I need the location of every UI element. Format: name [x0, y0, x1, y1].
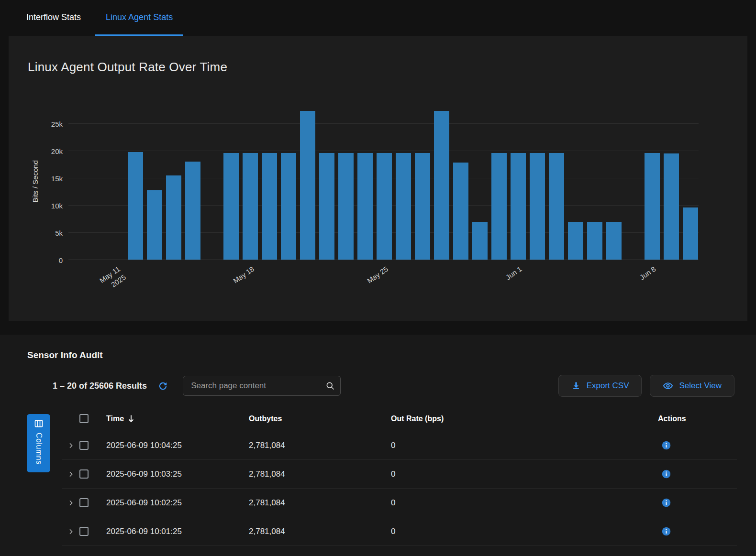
table-row: 2025-06-09 10:02:252,781,0840: [62, 489, 737, 517]
info-icon[interactable]: [662, 498, 671, 507]
row-checkbox[interactable]: [79, 469, 89, 479]
header-actions: Actions: [636, 414, 737, 423]
search-icon[interactable]: [325, 381, 335, 391]
chart-bar[interactable]: [377, 153, 392, 260]
info-icon[interactable]: [662, 527, 671, 536]
cell-out-rate: 0: [391, 469, 636, 479]
table-row: 2025-06-09 10:03:252,781,0840: [62, 460, 737, 489]
tab-linux-agent-stats[interactable]: Linux Agent Stats: [95, 0, 183, 36]
chart-y-axis-labels: 05k10k15k20k25k: [42, 102, 68, 260]
export-csv-label: Export CSV: [587, 381, 629, 391]
tab-interflow-stats[interactable]: Interflow Stats: [16, 0, 91, 36]
cell-time: 2025-06-09 10:04:25: [106, 441, 249, 450]
row-checkbox[interactable]: [79, 498, 89, 507]
columns-button-label: Columns: [34, 433, 43, 465]
y-tick-label: 20k: [51, 147, 63, 155]
chart-bar[interactable]: [606, 222, 622, 260]
table-row: 2025-06-09 10:04:252,781,0840: [62, 431, 737, 460]
download-icon: [571, 381, 581, 391]
chart-bar[interactable]: [281, 153, 296, 260]
row-checkbox[interactable]: [79, 441, 89, 450]
chart-plot: May 11 2025May 18May 25Jun 1Jun 8: [68, 102, 699, 260]
chart-bar[interactable]: [472, 222, 488, 260]
info-icon[interactable]: [662, 469, 671, 479]
chart-bar[interactable]: [664, 153, 679, 260]
gridline: [68, 123, 699, 124]
chart-bar[interactable]: [530, 153, 545, 260]
chart-bar[interactable]: [185, 162, 200, 260]
chart-bar[interactable]: [243, 153, 258, 260]
tab-label: Linux Agent Stats: [106, 12, 173, 22]
chart-bar[interactable]: [319, 153, 334, 260]
chart-bar[interactable]: [511, 153, 526, 260]
select-view-label: Select View: [679, 381, 722, 391]
chart-bar[interactable]: [338, 153, 354, 260]
y-tick-label: 10k: [51, 202, 63, 210]
sensor-info-audit-section: Sensor Info Audit 1 – 20 of 25606 Result…: [0, 335, 756, 556]
refresh-button[interactable]: [157, 381, 168, 392]
cell-outbytes: 2,781,084: [249, 498, 391, 508]
chart-bar[interactable]: [262, 153, 277, 260]
chart-bar[interactable]: [396, 153, 411, 260]
columns-button[interactable]: Columns: [27, 414, 50, 472]
table-row: 2025-06-09 10:01:252,781,0840: [62, 517, 737, 546]
cell-out-rate: 0: [391, 441, 636, 450]
header-time[interactable]: Time: [106, 414, 249, 423]
tab-bar: Interflow Stats Linux Agent Stats: [0, 0, 756, 36]
section-title: Sensor Info Audit: [27, 350, 756, 360]
select-view-button[interactable]: Select View: [650, 375, 734, 397]
gridline: [68, 260, 699, 260]
sort-descending-icon: [128, 414, 134, 423]
chart-bar[interactable]: [453, 163, 468, 260]
y-tick-label: 0: [59, 256, 63, 264]
chart-bar[interactable]: [223, 153, 239, 260]
chart-bar[interactable]: [645, 153, 660, 260]
expand-row-icon[interactable]: [67, 499, 75, 507]
refresh-icon: [157, 381, 168, 392]
chart-bar[interactable]: [128, 152, 143, 260]
x-tick-label: Jun 8: [638, 264, 658, 282]
expand-row-icon[interactable]: [67, 470, 75, 478]
audit-table-body: 2025-06-09 10:04:252,781,08402025-06-09 …: [62, 431, 737, 546]
header-out-rate[interactable]: Out Rate (bps): [391, 414, 636, 423]
y-axis-title: Bits / Second: [28, 102, 42, 260]
expand-row-icon[interactable]: [67, 528, 75, 535]
chart-bar[interactable]: [300, 111, 315, 260]
chart-bar[interactable]: [587, 222, 602, 260]
cell-outbytes: 2,781,084: [249, 441, 391, 450]
cell-time: 2025-06-09 10:01:25: [106, 527, 249, 536]
chart-bar[interactable]: [683, 207, 698, 260]
cell-out-rate: 0: [391, 498, 636, 508]
x-tick-label: May 18: [231, 264, 256, 285]
cell-time: 2025-06-09 10:03:25: [106, 469, 249, 479]
chart-panel: Linux Agent Output Rate Over Time Bits /…: [9, 36, 747, 321]
cell-outbytes: 2,781,084: [249, 527, 391, 536]
tab-label: Interflow Stats: [26, 12, 81, 22]
table-header-row: Time Outbytes Out Rate (bps) Actions: [62, 406, 737, 431]
cell-time: 2025-06-09 10:02:25: [106, 498, 249, 508]
export-csv-button[interactable]: Export CSV: [558, 375, 642, 397]
y-tick-label: 5k: [55, 229, 63, 237]
audit-table: Time Outbytes Out Rate (bps) Actions 202…: [62, 406, 737, 546]
chart-bar[interactable]: [491, 153, 507, 260]
chart-bar[interactable]: [166, 175, 181, 260]
chart-bar[interactable]: [147, 190, 162, 260]
header-outbytes[interactable]: Outbytes: [249, 414, 391, 423]
cell-outbytes: 2,781,084: [249, 469, 391, 479]
results-toolbar: 1 – 20 of 25606 Results Export CSV: [53, 375, 734, 397]
select-all-checkbox[interactable]: [79, 414, 89, 423]
expand-row-icon[interactable]: [67, 442, 75, 449]
chart-title: Linux Agent Output Rate Over Time: [28, 60, 728, 75]
chart-bar[interactable]: [415, 153, 430, 260]
gridline: [68, 151, 699, 151]
row-checkbox[interactable]: [79, 527, 89, 536]
chart-bar[interactable]: [568, 222, 583, 260]
search-input[interactable]: [183, 376, 341, 396]
chart-bar[interactable]: [434, 111, 449, 260]
chart-bar[interactable]: [549, 153, 564, 260]
chart-bar[interactable]: [357, 153, 373, 260]
columns-icon: [34, 419, 44, 428]
x-tick-label: Jun 1: [504, 264, 524, 282]
info-icon[interactable]: [662, 441, 671, 450]
select-all-cell: [79, 414, 106, 423]
